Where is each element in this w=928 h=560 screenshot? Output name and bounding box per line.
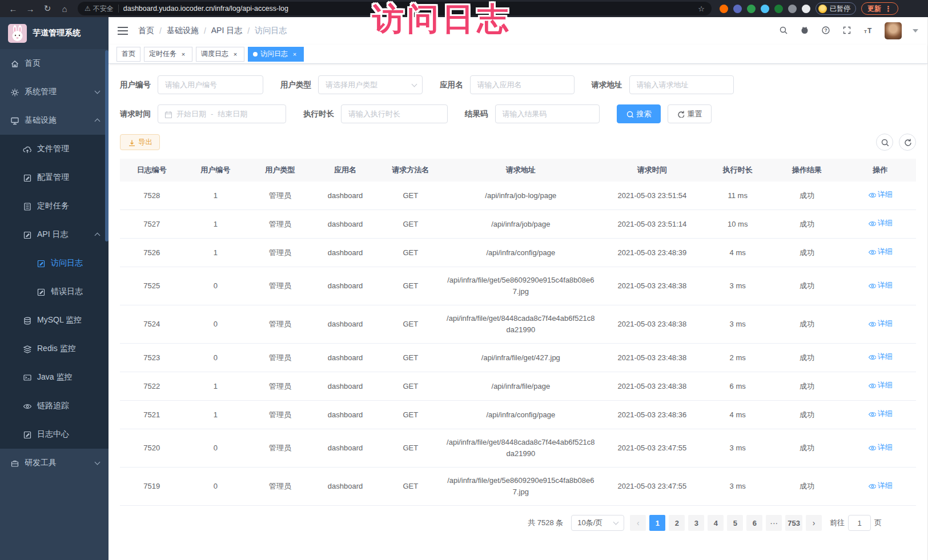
page-button-3[interactable]: 3 [688,515,704,531]
detail-link[interactable]: 详细 [868,318,893,329]
tab-home[interactable]: 首页 [116,47,140,62]
cell-result: 成功 [769,435,844,461]
fullscreen-icon[interactable] [842,26,853,36]
cell-result: 成功 [769,273,844,299]
cell-url: /api/infra/file/get/5e8609290e915c4fa8b0… [443,267,598,305]
tab-access-log[interactable]: 访问日志× [248,47,304,62]
export-button[interactable]: 导出 [120,134,160,150]
filter-row-2: 请求时间 开始日期 - 结束日期 执行时长 结果码 搜索 重置 [120,104,916,123]
next-page-button[interactable]: › [806,515,822,531]
page-button-5[interactable]: 5 [727,515,743,531]
sidebar-item-api-日志[interactable]: API 日志 [0,220,109,249]
close-icon[interactable]: × [179,50,187,58]
date-range-picker[interactable]: 开始日期 - 结束日期 [158,104,286,123]
security-warning[interactable]: ⚠不安全 [85,4,114,14]
browser-update-button[interactable]: 更新⋮ [861,2,898,15]
sidebar-item-系统管理[interactable]: 系统管理 [0,78,109,106]
menu-kebab-icon[interactable]: ⋮ [885,5,892,13]
collapse-sidebar-icon[interactable] [118,27,128,35]
page-button-2[interactable]: 2 [669,515,685,531]
breadcrumb-item[interactable]: 首页 [138,26,154,36]
github-icon[interactable] [800,26,810,36]
paused-extension-badge[interactable]: 已暂停 [815,2,856,15]
user-type-select[interactable]: 请选择用户类型 [318,75,423,94]
detail-link[interactable]: 详细 [868,408,893,420]
sidebar-item-配置管理[interactable]: 配置管理 [0,163,109,192]
result-code-input[interactable] [495,104,600,123]
sidebar-item-日志中心[interactable]: 日志中心 [0,420,109,449]
eye-icon [868,248,876,256]
eye-icon [868,353,876,361]
forward-icon[interactable]: → [23,2,38,15]
page-size-select[interactable]: 10条/页 [571,515,624,531]
prev-page-button[interactable]: ‹ [630,515,646,531]
logo[interactable]: 芋道管理系统 [0,17,109,49]
sidebar-item-访问日志[interactable]: 访问日志 [0,249,109,277]
tab-schedule-log[interactable]: 调度日志× [196,47,244,62]
app-name-input[interactable] [470,75,575,94]
extension-orange[interactable] [720,5,728,13]
detail-link[interactable]: 详细 [868,351,893,362]
home-icon[interactable]: ⌂ [57,2,72,15]
extension-shield[interactable] [733,5,742,13]
cell-method: GET [378,240,443,266]
sidebar-item-redis-监控[interactable]: Redis 监控 [0,335,109,363]
cell-app_name: dashboard [312,373,377,400]
bookmark-star-icon[interactable]: ☆ [698,5,705,13]
extension-gray[interactable] [788,5,797,13]
sidebar-item-label: 定时任务 [37,201,69,211]
close-icon[interactable]: × [291,50,299,58]
jump-page-input[interactable] [848,515,871,531]
more-pages-button[interactable]: ··· [766,515,782,531]
close-icon[interactable]: × [231,50,239,58]
page-button-1[interactable]: 1 [649,515,665,531]
tab-scheduled-tasks[interactable]: 定时任务× [144,47,192,62]
sidebar-item-基础设施[interactable]: 基础设施 [0,106,109,135]
toggle-search-button[interactable] [876,134,893,151]
detail-link[interactable]: 详细 [868,189,893,200]
refresh-table-button[interactable] [899,134,916,151]
page-button-753[interactable]: 753 [785,515,802,531]
extension-lightblue[interactable] [761,5,769,13]
user-avatar[interactable] [885,22,902,39]
browser-extensions-area: 已暂停 更新⋮ [720,2,898,15]
detail-link[interactable]: 详细 [868,280,893,291]
font-size-icon[interactable] [863,26,874,36]
sidebar-item-mysql-监控[interactable]: MySQL 监控 [0,306,109,335]
chevron-down-icon[interactable] [913,29,918,33]
detail-link[interactable]: 详细 [868,380,893,391]
extension-white[interactable] [802,5,810,13]
breadcrumb-item[interactable]: 基础设施 [167,26,199,36]
cell-url: /api/infra/job/page [443,211,598,237]
sidebar-item-定时任务[interactable]: 定时任务 [0,192,109,220]
search-icon[interactable] [779,26,789,36]
extension-darkgreen[interactable] [774,5,783,13]
duration-input[interactable] [341,104,448,123]
access-log-table: 日志编号用户编号用户类型应用名请求方法名请求地址请求时间执行时长操作结果操作 7… [120,159,916,506]
sidebar-item-研发工具[interactable]: 研发工具 [0,449,109,477]
detail-link[interactable]: 详细 [868,442,893,453]
user-id-input[interactable] [158,75,263,94]
page-button-4[interactable]: 4 [708,515,724,531]
back-icon[interactable]: ← [6,2,21,15]
sidebar-item-首页[interactable]: 首页 [0,49,109,78]
extension-green[interactable] [747,5,756,13]
cell-method: GET [378,373,443,400]
reload-icon[interactable]: ↻ [40,2,55,15]
search-button[interactable]: 搜索 [617,104,661,123]
sidebar-item-链路追踪[interactable]: 链路追踪 [0,392,109,420]
request-url-input[interactable] [629,75,734,94]
reset-button[interactable]: 重置 [668,104,712,123]
cell-app_name: dashboard [312,345,377,371]
page-button-6[interactable]: 6 [746,515,762,531]
detail-link[interactable]: 详细 [868,246,893,257]
detail-link[interactable]: 详细 [868,480,893,491]
sidebar-item-java-监控[interactable]: Java 监控 [0,363,109,392]
address-bar[interactable]: ⚠不安全 dashboard.yudao.iocoder.cn/infra/lo… [78,2,712,15]
help-icon[interactable] [821,26,831,36]
sidebar-item-错误日志[interactable]: 错误日志 [0,277,109,306]
detail-link[interactable]: 详细 [868,217,893,229]
sidebar-item-文件管理[interactable]: 文件管理 [0,135,109,163]
column-header-id: 日志编号 [120,159,184,182]
breadcrumb-item[interactable]: API 日志 [211,26,242,36]
